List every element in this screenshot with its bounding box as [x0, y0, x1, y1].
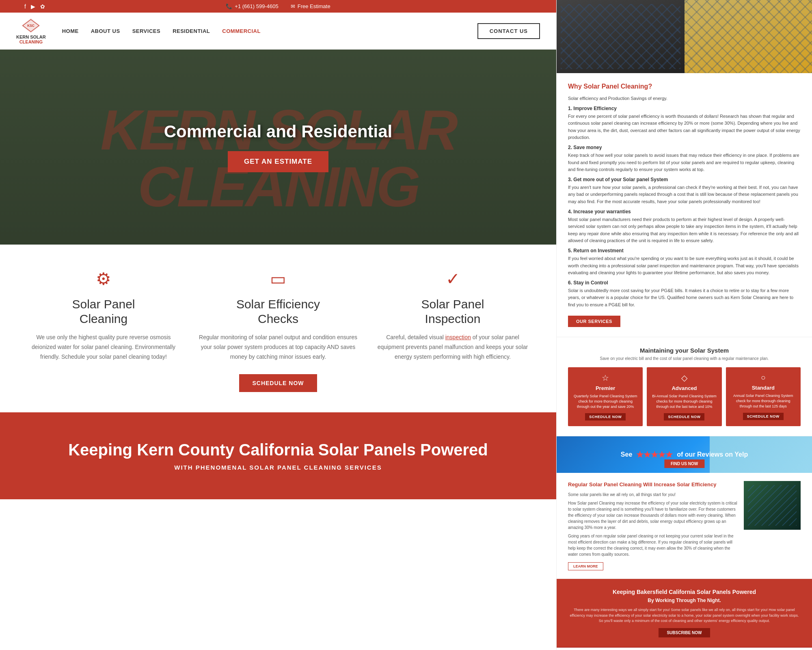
plans-grid: ☆ Premier Quarterly Solar Panel Cleaning… [568, 367, 801, 426]
hero-background [0, 50, 556, 245]
learn-more-button[interactable]: LEARN MORE [568, 562, 603, 570]
gear-icon: ⚙ [24, 269, 183, 289]
youtube-icon[interactable]: ▶ [31, 3, 35, 10]
service-title-inspection: Solar PanelInspection [374, 297, 532, 326]
point-3-text: If you aren't sure how your solar panels… [568, 184, 801, 206]
maintaining-subtitle: Save on your electric bill and the cost … [568, 356, 801, 361]
navbar: KSC KERN SOLAR CLEANING HOME ABOUT US SE… [0, 13, 556, 50]
service-card-cleaning: ⚙ Solar PanelCleaning We use only the hi… [24, 269, 183, 392]
subscribe-button[interactable]: SUBSCRIBE NOW [659, 628, 710, 637]
why-cleaning-heading: Why Solar Panel Cleaning? [568, 83, 801, 90]
premier-schedule-btn[interactable]: SCHEDULE NOW [585, 413, 626, 420]
phone-number: +1 (661) 599-4605 [235, 3, 278, 9]
solar-panel-right [685, 0, 812, 73]
solar-panel-image [557, 0, 812, 73]
nav-about[interactable]: ABOUT US [91, 28, 120, 34]
red-banner: Keeping Kern County California Solar Pan… [0, 412, 556, 499]
service-desc-efficiency: Regular monitoring of solar panel output… [199, 333, 357, 362]
blog-para-1: Some solar panels like we all rely on, a… [568, 492, 737, 498]
yelp-stars: ★★★★★ [636, 450, 673, 459]
blog-image [744, 481, 801, 530]
service-desc-cleaning: We use only the highest quality pure rev… [24, 333, 183, 362]
get-estimate-button[interactable]: GET AN ESTIMATE [228, 151, 328, 172]
point-6-heading: 6. Stay in Control [568, 280, 801, 286]
blog-heading: Regular Solar Panel Cleaning Will Increa… [568, 481, 737, 488]
contact-button[interactable]: CONTACT US [477, 23, 540, 39]
night-heading: Keeping Bakersfield California Solar Pan… [568, 589, 801, 595]
nav-commercial[interactable]: COMMERCIAL [222, 28, 261, 34]
night-subheading: By Working Through The Night. [568, 598, 801, 603]
hero-section: KERN SOLARCLEANING Commercial and Reside… [0, 50, 556, 245]
facebook-icon[interactable]: f [24, 3, 26, 10]
point-4-heading: 4. Increase your warranties [568, 209, 801, 214]
top-bar: f ▶ ✿ 📞 +1 (661) 599-4605 ✉ Free Estimat… [0, 0, 556, 13]
yelp-find-button[interactable]: FIND US NOW [664, 459, 704, 468]
point-1-text: For every one percent of solar panel eff… [568, 113, 801, 141]
service-card-inspection: ✓ Solar PanelInspection Careful, detaile… [374, 269, 532, 392]
nav-home[interactable]: HOME [62, 28, 79, 34]
yelp-banner[interactable]: See ★★★★★ of our Reviews on Yelp FIND US… [557, 436, 812, 473]
nav-services[interactable]: SERVICES [132, 28, 161, 34]
point-6-text: Solar is undoubtedly more cost saving fo… [568, 287, 801, 309]
hero-title: Commercial and Residential [164, 122, 393, 141]
yelp-text-before: See [621, 451, 632, 458]
standard-name: Standard [730, 385, 797, 391]
service-title-cleaning: Solar PanelCleaning [24, 297, 183, 326]
schedule-now-button[interactable]: SCHEDULE NOW [239, 374, 317, 392]
maintaining-heading: Maintaining your Solar System [568, 347, 801, 354]
email-icon: ✉ [291, 3, 295, 9]
red-banner-title: Keeping Kern County California Solar Pan… [24, 441, 532, 459]
plan-standard: ○ Standard Annual Solar Panel Cleaning S… [726, 367, 801, 426]
service-desc-inspection: Careful, detailed visual inspection of y… [374, 333, 532, 362]
advanced-desc: Bi-Annual Solar Panel Cleaning System ch… [651, 394, 717, 409]
services-section: ⚙ Solar PanelCleaning We use only the hi… [0, 245, 556, 412]
point-2-heading: 2. Save money [568, 145, 801, 150]
phone-icon: 📞 [226, 3, 232, 9]
red-banner-subtitle: WITH PHENOMENAL SOLAR PANEL CLEANING SER… [24, 464, 532, 471]
email-info[interactable]: ✉ Free Estimate [291, 3, 330, 9]
premier-name: Premier [572, 385, 639, 391]
night-text: There are many interesting ways we all s… [568, 607, 801, 624]
phone-info[interactable]: 📞 +1 (661) 599-4605 [226, 3, 278, 9]
inspection-link[interactable]: inspection [445, 334, 471, 340]
plan-premier: ☆ Premier Quarterly Solar Panel Cleaning… [568, 367, 643, 426]
solar-panel-left [557, 0, 685, 73]
logo-text-line2: CLEANING [16, 39, 46, 44]
point-4-text: Most solar panel manufacturers need thei… [568, 216, 801, 245]
advanced-icon: ◇ [651, 373, 717, 383]
service-card-efficiency: ▭ Solar EfficiencyChecks Regular monitor… [199, 269, 357, 392]
sidebar-footer: Home About us Services Commercial Contac… [557, 648, 812, 650]
why-cleaning-section: Why Solar Panel Cleaning? Solar efficien… [557, 73, 812, 337]
why-cleaning-intro: Solar efficiency and Production Savings … [568, 95, 801, 102]
blog-para-3: Going years of non regular solar panel c… [568, 533, 737, 557]
maintaining-section: Maintaining your Solar System Save on yo… [557, 337, 812, 436]
service-title-efficiency: Solar EfficiencyChecks [199, 297, 357, 326]
free-estimate-link[interactable]: Free Estimate [298, 3, 330, 9]
standard-desc: Annual Solar Panel Cleaning System check… [730, 393, 797, 409]
advanced-schedule-btn[interactable]: SCHEDULE NOW [664, 413, 704, 420]
blog-section: Regular Solar Panel Cleaning Will Increa… [557, 473, 812, 579]
battery-icon: ▭ [199, 269, 357, 289]
yelp-icon[interactable]: ✿ [40, 3, 45, 10]
point-5-text: If you feel worried about what you're sp… [568, 255, 801, 277]
nav-links: HOME ABOUT US SERVICES RESIDENTIAL COMME… [62, 28, 477, 34]
point-3-heading: 3. Get more out of your Solar panel Syst… [568, 177, 801, 182]
standard-schedule-btn[interactable]: SCHEDULE NOW [743, 413, 784, 420]
sidebar: Why Solar Panel Cleaning? Solar efficien… [556, 0, 812, 650]
nav-residential[interactable]: RESIDENTIAL [173, 28, 210, 34]
logo-text-line1: KERN SOLAR [16, 35, 46, 39]
yelp-text-after: of our Reviews on Yelp [677, 451, 748, 458]
our-services-button[interactable]: OUR SERVICES [568, 316, 620, 327]
blog-para-2: How Solar panel Cleaning may increase th… [568, 500, 737, 531]
point-2-text: Keep track of how well your solar panels… [568, 152, 801, 173]
logo[interactable]: KSC KERN SOLAR CLEANING [16, 17, 46, 44]
standard-icon: ○ [730, 373, 797, 382]
svg-text:KSC: KSC [28, 24, 35, 28]
plan-advanced: ◇ Advanced Bi-Annual Solar Panel Cleanin… [647, 367, 721, 426]
point-1-heading: 1. Improve Efficiency [568, 106, 801, 111]
advanced-name: Advanced [651, 385, 717, 391]
blog-text: Regular Solar Panel Cleaning Will Increa… [568, 481, 737, 570]
check-icon: ✓ [374, 269, 532, 289]
point-5-heading: 5. Return on Investment [568, 248, 801, 254]
premier-desc: Quarterly Solar Panel Cleaning System ch… [572, 394, 639, 409]
